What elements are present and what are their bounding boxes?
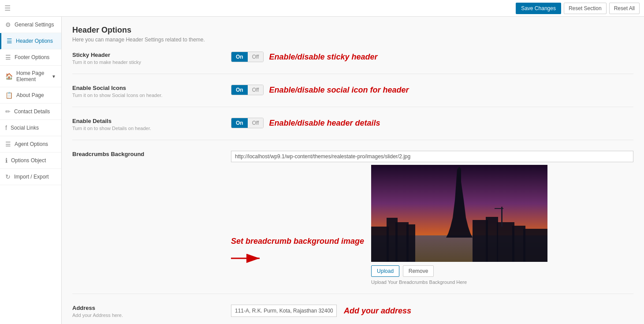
svg-rect-15: [523, 229, 547, 262]
sidebar-item-label: About Page: [16, 92, 44, 98]
toggle-on-sticky[interactable]: On: [231, 52, 248, 62]
breadcrumb-annotation: Set breadcrumb background image: [231, 237, 364, 246]
sidebar-item-options-object[interactable]: ℹ Options Object: [0, 153, 61, 169]
sticky-header-annotation: Enable/disable sticky header: [269, 52, 377, 62]
breadcrumbs-url-input[interactable]: [231, 151, 633, 162]
upload-buttons: Upload Remove: [371, 265, 547, 277]
enable-details-controls: On Off Enable/disable header details: [231, 118, 633, 128]
annotation-wrapper: Set breadcrumb background image: [231, 165, 633, 285]
top-bar-left: ☰: [4, 4, 11, 12]
sidebar-item-label: Contact Details: [14, 108, 50, 115]
svg-rect-10: [458, 167, 460, 171]
breadcrumbs-label: Breadcrumbs Background: [72, 151, 231, 157]
breadcrumbs-label-col: Breadcrumbs Background: [72, 151, 231, 159]
save-changes-button[interactable]: Save Changes: [516, 3, 561, 14]
enable-details-desc: Turn it on to show Details on header.: [72, 126, 231, 131]
info-icon: ℹ: [5, 157, 7, 164]
sidebar-item-label: Options Object: [11, 157, 46, 164]
sidebar-item-agent-options[interactable]: ☰ Agent Options: [0, 136, 61, 153]
address-annotation: Add your address: [344, 306, 411, 316]
address-row: Address Add your Address here. Add your …: [72, 305, 633, 324]
svg-rect-11: [473, 220, 488, 262]
sticky-header-toggle[interactable]: On Off: [231, 52, 264, 62]
svg-rect-4: [371, 227, 389, 262]
svg-rect-16: [501, 207, 503, 227]
sidebar-item-label: Import / Export: [14, 174, 49, 180]
toggle-on-details[interactable]: On: [231, 118, 248, 128]
breadcrumbs-image-col: Upload Remove Upload Your Breadcrumbs Ba…: [371, 165, 547, 285]
social-icons-controls: On Off Enable/disable social icon for he…: [231, 85, 633, 95]
enable-details-toggle[interactable]: On Off: [231, 118, 264, 128]
main-content: Header Options Here you can manage Heade…: [62, 17, 644, 324]
sidebar-item-label: Footer Options: [15, 54, 49, 60]
social-icons-annotation: Enable/disable social icon for header: [269, 86, 409, 95]
breadcrumbs-control-col: Set breadcrumb background image: [231, 151, 633, 285]
enable-details-label-col: Enable Details Turn it on to show Detail…: [72, 118, 231, 131]
footer-icon: ☰: [5, 54, 11, 61]
sidebar-item-label: Social Links: [11, 125, 39, 131]
sidebar-item-label: Header Options: [16, 38, 53, 44]
breadcrumbs-bg-row: Breadcrumbs Background Set breadcrumb ba…: [72, 151, 633, 294]
home-icon: 🏠: [5, 73, 13, 80]
toggle-on-social[interactable]: On: [231, 85, 248, 95]
about-icon: 📋: [5, 92, 13, 99]
svg-rect-12: [486, 217, 498, 262]
enable-details-annotation: Enable/disable header details: [269, 119, 380, 128]
upload-hint: Upload Your Breadcrumbs Background Here: [371, 279, 547, 285]
enable-details-row: Enable Details Turn it on to show Detail…: [72, 118, 633, 140]
breadcrumb-annotation-left: Set breadcrumb background image: [231, 165, 364, 285]
sidebar-item-general-settings[interactable]: ⚙ General Settings: [0, 17, 61, 33]
page-description: Here you can manage Header Settings rela…: [72, 37, 633, 43]
sidebar: ⚙ General Settings ☰ Header Options ☰ Fo…: [0, 17, 62, 324]
contact-icon: ✏: [5, 108, 11, 115]
address-input[interactable]: [231, 305, 337, 317]
enable-details-label: Enable Details: [72, 118, 231, 124]
sticky-header-row: Sticky Header Turn it on to make header …: [72, 52, 633, 74]
import-export-icon: ↻: [5, 173, 11, 180]
header-icon: ☰: [7, 37, 12, 45]
sidebar-item-import-export[interactable]: ↻ Import / Export: [0, 169, 61, 185]
top-bar-right: Save Changes Reset Section Reset All: [516, 3, 640, 14]
agent-icon: ☰: [5, 141, 11, 148]
sidebar-item-social-links[interactable]: f Social Links: [0, 120, 61, 136]
sidebar-item-label: Home Page Element: [16, 70, 48, 82]
social-icons-label-col: Enable Social Icons Turn it on to show S…: [72, 85, 231, 98]
social-icons-desc: Turn it on to show Social Icons on heade…: [72, 93, 231, 98]
sidebar-item-footer-options[interactable]: ☰ Footer Options: [0, 49, 61, 66]
reset-all-button[interactable]: Reset All: [609, 3, 640, 14]
arrow-icon: [231, 250, 266, 267]
toggle-off-details[interactable]: Off: [248, 118, 264, 128]
layout: ⚙ General Settings ☰ Header Options ☰ Fo…: [0, 17, 644, 324]
gear-icon: ⚙: [5, 21, 11, 28]
sidebar-item-header-options[interactable]: ☰ Header Options: [0, 33, 61, 49]
svg-rect-17: [495, 208, 503, 209]
svg-rect-13: [497, 222, 514, 262]
sticky-header-controls: On Off Enable/disable sticky header: [231, 52, 633, 62]
sticky-header-label-col: Sticky Header Turn it on to make header …: [72, 52, 231, 65]
top-bar: ☰ Save Changes Reset Section Reset All: [0, 0, 644, 17]
address-controls: Add your address: [231, 305, 633, 317]
social-icons-toggle[interactable]: On Off: [231, 85, 264, 95]
sidebar-item-contact-details[interactable]: ✏ Contact Details: [0, 104, 61, 120]
address-label-col: Address Add your Address here.: [72, 305, 231, 318]
toggle-off-sticky[interactable]: Off: [248, 52, 264, 62]
svg-rect-7: [406, 224, 415, 262]
social-icons-label: Enable Social Icons: [72, 85, 231, 91]
sidebar-item-label: General Settings: [15, 22, 54, 28]
social-icons-row: Enable Social Icons Turn it on to show S…: [72, 85, 633, 107]
sticky-header-desc: Turn it on to make header sticky: [72, 60, 231, 65]
city-skyline-svg: [371, 165, 547, 262]
reset-section-button[interactable]: Reset Section: [564, 3, 607, 14]
sticky-header-label: Sticky Header: [72, 52, 231, 58]
address-desc: Add your Address here.: [72, 313, 231, 318]
toggle-off-social[interactable]: Off: [248, 85, 264, 95]
social-icon: f: [5, 124, 7, 131]
address-label: Address: [72, 305, 231, 311]
sidebar-item-about-page[interactable]: 📋 About Page: [0, 87, 61, 104]
page-title: Header Options: [72, 26, 633, 35]
sidebar-item-label: Agent Options: [15, 141, 48, 147]
remove-button[interactable]: Remove: [403, 265, 434, 277]
chevron-down-icon: ▼: [52, 74, 56, 79]
upload-button[interactable]: Upload: [371, 265, 399, 277]
sidebar-item-home-page-element[interactable]: 🏠 Home Page Element ▼: [0, 66, 61, 87]
